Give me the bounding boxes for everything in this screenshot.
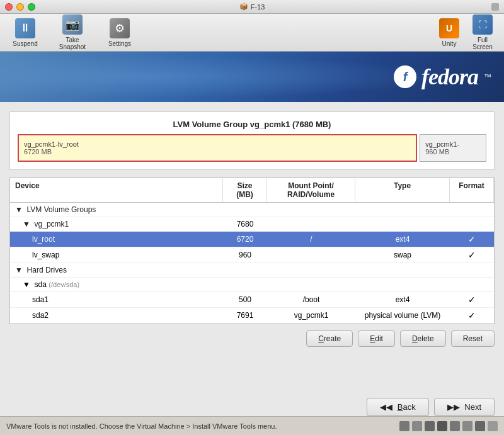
- reset-button[interactable]: Reset: [451, 330, 495, 347]
- table-row[interactable]: ▼ sda (/dev/sda): [10, 278, 494, 292]
- snapshot-icon: 📷: [62, 14, 83, 35]
- table-row[interactable]: sda2 7691 vg_pcmk1 physical volume (LVM)…: [10, 308, 494, 324]
- resize-handle[interactable]: [491, 3, 499, 11]
- fullscreen-button[interactable]: ⛶ Full Screen: [467, 14, 498, 50]
- status-icon-6: [462, 421, 472, 431]
- back-label: Back: [395, 402, 416, 412]
- col-mount: Mount Point/ RAID/Volume: [267, 178, 355, 202]
- status-icon-3: [425, 421, 435, 431]
- row-size: 6720: [223, 232, 267, 246]
- back-button[interactable]: ◀◀ Back: [367, 398, 429, 416]
- row-mount: vg_pcmk1: [267, 308, 355, 322]
- nav-bar: ◀◀ Back ▶▶ Next: [367, 398, 495, 416]
- row-size: 7680: [223, 217, 267, 231]
- table-row[interactable]: lv_root 6720 / ext4 ✓: [10, 232, 494, 247]
- snapshot-label: Take Snapshot: [56, 37, 89, 50]
- unity-label: Unity: [442, 40, 457, 47]
- suspend-icon: ⏸: [15, 18, 35, 38]
- status-icon-7: [475, 421, 485, 431]
- row-device: ▼ vg_pcmk1: [10, 217, 223, 231]
- row-type: ext4: [355, 293, 450, 307]
- table-row[interactable]: lv_swap 960 swap ✓: [10, 247, 494, 263]
- row-device: lv_root: [10, 232, 223, 246]
- vg-swap-size: 960 MB: [425, 148, 481, 155]
- toolbar-right: U Unity ⛶ Full Screen: [434, 14, 498, 50]
- vg-bar-root[interactable]: vg_pcmk1-lv_root 6720 MB: [18, 134, 417, 162]
- fedora-logo: f fedora ™: [394, 64, 491, 90]
- action-bar: Create Edit Delete Reset: [9, 330, 495, 347]
- edit-button[interactable]: Edit: [358, 330, 395, 347]
- row-device: sda2: [10, 308, 223, 322]
- row-mount: /: [267, 232, 355, 246]
- row-size: 500: [223, 293, 267, 307]
- maximize-button[interactable]: [28, 3, 35, 11]
- suspend-button[interactable]: ⏸ Suspend: [6, 16, 44, 50]
- settings-label: Settings: [108, 40, 131, 47]
- unity-icon: U: [439, 18, 459, 38]
- window-controls[interactable]: [5, 3, 35, 11]
- fedora-app-name: fedora: [421, 64, 478, 90]
- status-icon-5: [450, 421, 460, 431]
- status-icon-2: [412, 421, 422, 431]
- row-type: physical volume (LVM): [355, 308, 450, 322]
- row-size: 7691: [223, 308, 267, 322]
- fullscreen-label: Full Screen: [467, 37, 498, 50]
- row-device: ▼ LVM Volume Groups: [10, 203, 223, 217]
- unity-button[interactable]: U Unity: [434, 18, 464, 47]
- create-button[interactable]: Create: [306, 330, 353, 347]
- suspend-label: Suspend: [13, 40, 37, 47]
- col-device: Device: [10, 178, 223, 202]
- window-title: 📦 F-13: [239, 3, 265, 11]
- main-content: LVM Volume Group vg_pcmk1 (7680 MB) vg_p…: [0, 102, 504, 416]
- table-row[interactable]: ▼ vg_pcmk1 7680: [10, 217, 494, 232]
- vg-swap-name: vg_pcmk1-: [425, 140, 481, 148]
- vg-root-size: 6720 MB: [24, 148, 411, 155]
- snapshot-button[interactable]: 📷 Take Snapshot: [54, 12, 91, 53]
- table-body: ▼ LVM Volume Groups ▼ vg_pcmk1 7680 lv_r…: [10, 203, 494, 324]
- vg-bar-swap[interactable]: vg_pcmk1- 960 MB: [420, 134, 486, 162]
- status-icon-1: [399, 421, 410, 431]
- table-row[interactable]: ▼ Hard Drives: [10, 263, 494, 278]
- fedora-banner: f fedora ™: [0, 52, 504, 102]
- fedora-badge-icon: f: [394, 65, 416, 88]
- vg-bar-container: vg_pcmk1-lv_root 6720 MB vg_pcmk1- 960 M…: [18, 134, 486, 162]
- col-type: Type: [355, 178, 450, 202]
- vg-root-name: vg_pcmk1-lv_root: [24, 140, 411, 148]
- row-format: ✓: [450, 292, 494, 307]
- settings-button[interactable]: ⚙ Settings: [101, 16, 139, 50]
- row-type: ext4: [355, 232, 450, 246]
- row-format: ✓: [450, 247, 494, 263]
- partition-table: Device Size (MB) Mount Point/ RAID/Volum…: [9, 178, 495, 324]
- row-mount: [267, 252, 355, 257]
- row-type: swap: [355, 248, 450, 262]
- fedora-trademark: ™: [484, 72, 491, 81]
- table-row[interactable]: sda1 500 /boot ext4 ✓: [10, 292, 494, 308]
- row-device: lv_swap: [10, 248, 223, 262]
- settings-icon: ⚙: [110, 18, 130, 38]
- next-label: Next: [462, 402, 481, 412]
- table-header: Device Size (MB) Mount Point/ RAID/Volum…: [10, 178, 494, 203]
- next-button[interactable]: ▶▶ Next: [434, 398, 495, 416]
- next-arrow-icon: ▶▶: [447, 402, 460, 412]
- minimize-button[interactable]: [16, 3, 24, 11]
- row-device: ▼ Hard Drives: [10, 263, 223, 277]
- statusbar: VMware Tools is not installed. Choose th…: [0, 416, 504, 435]
- status-icon-8: [488, 421, 498, 431]
- row-device: sda1: [10, 293, 223, 307]
- toolbar: ⏸ Suspend 📷 Take Snapshot ⚙ Settings U U…: [0, 14, 504, 52]
- row-format: ✓: [450, 308, 494, 323]
- row-format: ✓: [450, 232, 494, 247]
- vg-title: LVM Volume Group vg_pcmk1 (7680 MB): [18, 120, 486, 129]
- window-icon: 📦: [239, 3, 248, 11]
- delete-button[interactable]: Delete: [400, 330, 446, 347]
- row-device: ▼ sda (/dev/sda): [10, 278, 223, 291]
- table-row[interactable]: ▼ LVM Volume Groups: [10, 203, 494, 217]
- back-arrow-icon: ◀◀: [380, 402, 392, 412]
- vg-diagram: LVM Volume Group vg_pcmk1 (7680 MB) vg_p…: [9, 111, 495, 170]
- status-icon-4: [437, 421, 447, 431]
- close-button[interactable]: [5, 3, 13, 11]
- col-size: Size (MB): [223, 178, 267, 202]
- row-size: 960: [223, 248, 267, 262]
- col-format: Format: [450, 178, 494, 202]
- status-message: VMware Tools is not installed. Choose th…: [6, 422, 277, 430]
